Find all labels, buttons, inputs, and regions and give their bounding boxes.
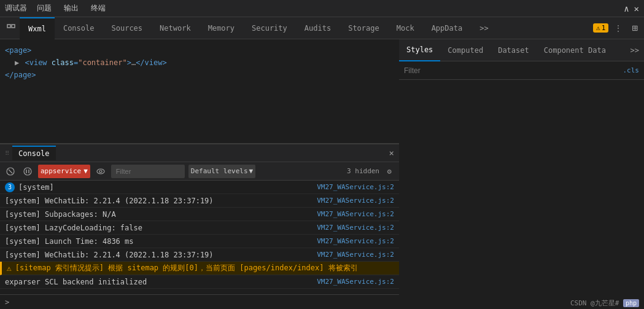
tab-mock[interactable]: Mock xyxy=(388,17,423,39)
tab-styles[interactable]: Styles xyxy=(399,39,440,61)
console-prompt: > xyxy=(5,298,9,307)
clear-console-button[interactable] xyxy=(4,165,17,178)
left-console-panel: <page> ▶ <view class="container">…</view… xyxy=(0,39,399,309)
title-bar-controls: ∧ ✕ xyxy=(624,4,639,14)
minimize-icon[interactable]: ∧ xyxy=(624,4,629,14)
menu-terminal[interactable]: 终端 xyxy=(91,3,106,14)
php-badge: php xyxy=(623,299,639,307)
console-filter-input[interactable] xyxy=(111,165,185,178)
drag-handle: ⠿ xyxy=(5,150,10,157)
tab-memory[interactable]: Memory xyxy=(200,17,243,39)
dom-tree-section: <page> ▶ <view class="container">…</view… xyxy=(0,39,399,144)
tab-security[interactable]: Security xyxy=(243,17,296,39)
close-icon[interactable]: ✕ xyxy=(634,4,639,14)
console-log-area: 3 [system] VM27_WAService.js:2 [system] … xyxy=(0,181,399,294)
menu-output[interactable]: 输出 xyxy=(64,3,79,14)
top-tab-bar: Wxml Console Sources Network Memory Secu… xyxy=(0,17,644,39)
eye-button[interactable] xyxy=(94,165,107,178)
console-toolbar: appservice ▼ Default levels ▼ 3 hidden ⚙ xyxy=(0,162,399,181)
warning-icon: ⚠ xyxy=(7,264,12,273)
undock-icon[interactable]: ⊞ xyxy=(628,22,642,34)
main-area: <page> ▶ <view class="container">…</view… xyxy=(0,39,644,309)
warning-badge[interactable]: ⚠ 1 xyxy=(593,23,608,33)
log-levels-selector[interactable]: Default levels ▼ xyxy=(188,165,255,178)
log-source-link[interactable]: VM27_WAService.js:2 xyxy=(317,183,394,191)
tab-sources[interactable]: Sources xyxy=(103,17,151,39)
settings-icon[interactable]: ⚙ xyxy=(383,165,395,178)
tab-wxml[interactable]: Wxml xyxy=(20,17,55,39)
right-tab-bar: Styles Computed Dataset Component Data >… xyxy=(399,39,644,61)
dom-line-view[interactable]: ▶ <view class="container">…</view> xyxy=(5,57,394,69)
log-source-link[interactable]: VM27_WAService.js:2 xyxy=(317,197,394,205)
watermark-bar: CSDN @九芒星# php xyxy=(565,297,644,309)
right-panel: Styles Computed Dataset Component Data >… xyxy=(399,39,644,309)
log-text: [system] WeChatLib: 2.21.4 (2022.1.18 23… xyxy=(5,197,312,205)
log-text: [system] LazyCodeLoading: false xyxy=(5,224,312,232)
log-source-link[interactable]: VM27_WAService.js:2 xyxy=(317,251,394,259)
expand-triangle[interactable]: ▶ xyxy=(15,58,19,67)
log-row: [system] LazyCodeLoading: false VM27_WAS… xyxy=(0,221,399,235)
tab-console[interactable]: Console xyxy=(55,17,103,39)
console-input[interactable] xyxy=(12,298,394,307)
console-close-button[interactable]: × xyxy=(389,148,394,158)
log-row-warning: ⚠ [sitemap 索引情况提示] 根据 sitemap 的规则[0]，当前页… xyxy=(0,262,399,275)
dom-tree: <page> ▶ <view class="container">…</view… xyxy=(0,39,399,86)
tab-network[interactable]: Network xyxy=(151,17,200,39)
right-tab-more[interactable]: >> xyxy=(626,46,644,55)
cls-badge[interactable]: .cls xyxy=(623,66,640,74)
console-tab[interactable]: Console xyxy=(12,146,56,160)
tab-more[interactable]: >> xyxy=(471,17,497,39)
watermark-text: CSDN @九芒星# xyxy=(570,299,623,307)
svg-point-4 xyxy=(24,168,31,175)
log-text: [system] xyxy=(18,183,312,192)
pause-button[interactable] xyxy=(21,165,34,178)
svg-point-7 xyxy=(97,169,104,174)
log-source-link[interactable]: VM27_WAService.js:2 xyxy=(317,210,394,218)
log-source-link[interactable]: VM27_WAService.js:2 xyxy=(317,224,394,232)
log-text: [system] WeChatLib: 2.21.4 (2022.1.18 23… xyxy=(5,251,312,259)
log-source-link[interactable]: VM27_WAService.js:2 xyxy=(317,237,394,245)
log-count-badge: 3 xyxy=(5,182,15,192)
styles-content xyxy=(399,80,644,309)
styles-filter-bar: .cls xyxy=(399,61,644,80)
console-section: ⠿ Console × xyxy=(0,144,399,309)
log-text: [sitemap 索引情况提示] 根据 sitemap 的规则[0]，当前页面 … xyxy=(15,263,394,273)
title-bar: 调试器 问题 输出 终端 ∧ ✕ xyxy=(0,0,644,17)
tab-audits[interactable]: Audits xyxy=(296,17,339,39)
log-text: [system] Launch Time: 4836 ms xyxy=(5,237,312,246)
service-dropdown-icon: ▼ xyxy=(83,167,88,175)
tab-component-data[interactable]: Component Data xyxy=(537,39,613,61)
log-row: 3 [system] VM27_WAService.js:2 xyxy=(0,181,399,194)
log-row: exparser SCL backend initialized VM27_WA… xyxy=(0,275,399,289)
svg-point-8 xyxy=(99,170,102,173)
hidden-count: 3 hidden xyxy=(347,167,379,175)
log-text: [system] Subpackages: N/A xyxy=(5,210,312,219)
log-text: exparser SCL backend initialized xyxy=(5,278,312,286)
log-row: [system] WeChatLib: 2.21.4 (2022.1.18 23… xyxy=(0,248,399,262)
levels-dropdown-icon: ▼ xyxy=(249,167,254,175)
svg-rect-1 xyxy=(12,25,15,28)
overflow-menu-icon[interactable]: ⋮ xyxy=(611,24,626,33)
log-row: [system] Subpackages: N/A VM27_WAService… xyxy=(0,208,399,221)
warning-icon: ⚠ xyxy=(596,24,600,32)
console-header: ⠿ Console × xyxy=(0,144,399,162)
tab-bar-right: ⚠ 1 ⋮ ⊞ xyxy=(593,22,642,34)
log-row: [system] Launch Time: 4836 ms VM27_WASer… xyxy=(0,235,399,248)
title-bar-title: 调试器 xyxy=(5,3,27,14)
tab-storage[interactable]: Storage xyxy=(339,17,388,39)
svg-rect-0 xyxy=(7,25,10,28)
service-selector[interactable]: appservice ▼ xyxy=(38,165,90,178)
styles-filter-input[interactable] xyxy=(404,66,623,75)
dom-line-page-open: <page> xyxy=(5,44,394,57)
dom-line-page-close: </page> xyxy=(5,69,394,81)
log-source-link[interactable]: VM27_WAService.js:2 xyxy=(317,278,394,286)
title-bar-menu: 问题 输出 终端 xyxy=(37,3,106,14)
tab-computed[interactable]: Computed xyxy=(440,39,491,61)
selector-icon[interactable] xyxy=(2,17,20,39)
console-input-row: > xyxy=(0,294,399,309)
tab-appdata[interactable]: AppData xyxy=(423,17,471,39)
log-row: [system] WeChatLib: 2.21.4 (2022.1.18 23… xyxy=(0,194,399,208)
tab-dataset[interactable]: Dataset xyxy=(491,39,537,61)
svg-line-3 xyxy=(9,170,12,173)
menu-issues[interactable]: 问题 xyxy=(37,3,52,14)
